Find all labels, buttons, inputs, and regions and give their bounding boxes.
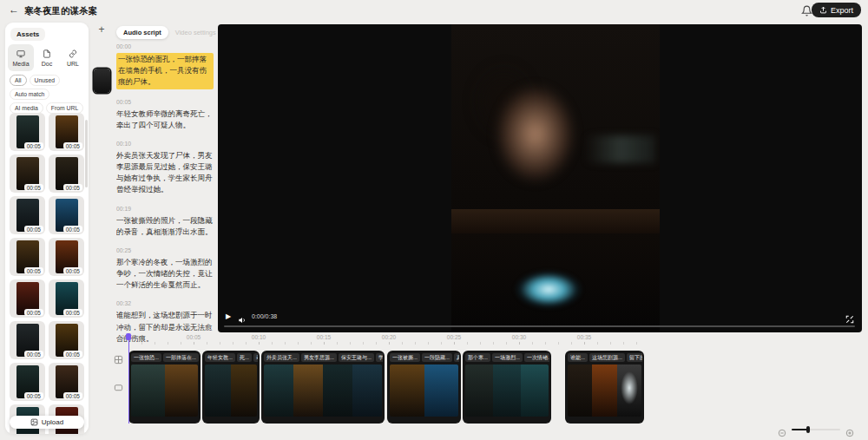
add-scene-button[interactable]: + [95,23,108,36]
clip-filmstrip [205,364,257,417]
filter-unused[interactable]: Unused [30,75,60,86]
duration-badge: 00:05 [63,184,82,191]
caption-chip[interactable]: 保安王璐与... [339,353,374,362]
filter-auto-match[interactable]: Auto match [10,89,49,100]
ruler-label: 00:10 [252,334,266,340]
caption-chip[interactable]: 一张惊恐... [131,353,161,362]
ruler-tick [194,342,194,345]
duration-badge: 00:05 [63,142,82,149]
caption-chip[interactable]: 一段隐藏... [422,353,452,362]
fullscreen-icon[interactable] [845,312,854,320]
video-art-face [481,68,602,215]
ruler-tick [272,342,273,345]
ruler-tick [454,342,455,345]
asset-item[interactable]: 00:05 [49,238,84,276]
clip-filmstrip [568,364,641,417]
caption-chip[interactable]: 学生家长周... [376,353,383,362]
asset-tab-doc[interactable]: Doc [34,44,60,71]
duration-badge: 00:05 [24,226,43,233]
timeline-clip[interactable]: 谁能...这场悲剧源...留下的...却... [565,351,644,424]
export-button[interactable]: Export [812,3,861,17]
caption-chip[interactable]: 牵出了... [253,353,258,362]
time-display: 0:00/0:38 [252,313,277,319]
scene-thumbnail[interactable] [94,69,110,93]
timeline-clip[interactable]: 一张惊恐...一部摔落在...一具没... [128,351,201,424]
tab-audio-script[interactable]: Audio script [116,26,168,39]
asset-item[interactable]: 00:05 [10,363,45,401]
video-frame[interactable] [451,24,660,332]
script-entry-time: 00:10 [116,141,214,147]
asset-item[interactable]: 00:05 [10,238,45,276]
playhead-line [128,339,129,424]
script-entry: 00:10外卖员张天发现了尸体，男友李思源最后见过她，保安王璐与她有过争执，学生… [116,141,214,196]
script-tabs: Audio script Video settings [116,26,216,39]
play-button[interactable]: ▶ [226,312,231,322]
asset-item[interactable]: 00:05 [49,279,84,318]
timeline-clip[interactable]: 年轻女教...死...牵出了... [202,351,260,424]
seek-bar[interactable] [224,325,855,327]
caption-chip[interactable]: 一次情绪... [524,353,549,362]
script-entry-text[interactable]: 年轻女教师辛微的离奇死亡，牵出了四个可疑人物。 [116,108,214,131]
ruler-tick [584,342,585,345]
zoom-in-icon[interactable] [845,425,854,434]
asset-item[interactable]: 00:05 [49,196,84,234]
caption-chips: 年轻女教...死...牵出了... [205,353,258,362]
ruler-tick [298,342,299,345]
script-entry-text[interactable]: 一张惊恐的面孔，一部摔落在墙角的手机，一具没有伤痕的尸体。 [116,53,214,89]
caption-chip[interactable]: 留下的... [627,353,642,362]
timeline-clip[interactable]: 那个寒...一场激烈...一次情绪...竟让一个...戛... [463,351,551,424]
clip-frame [568,364,592,417]
asset-item[interactable]: 00:05 [10,154,45,193]
timeline-zoom-slider[interactable] [792,429,840,430]
caption-chips: 一张被撕...一段隐藏...真相渐... [390,353,459,362]
sidebar-scrollbar[interactable] [85,120,88,187]
volume-icon[interactable] [238,312,247,321]
caption-chip[interactable]: 谁能... [568,353,588,362]
script-entry-text[interactable]: 一张被撕毁的照片，一段隐藏的录音，真相渐渐浮出水面。 [116,215,214,238]
asset-item[interactable]: 00:05 [10,279,45,318]
script-entry-text[interactable]: 那个寒冷的冬夜，一场激烈的争吵，一次情绪的失控，竟让一个鲜活的生命戛然而止。 [116,257,214,292]
ruler-tick [376,342,377,345]
asset-item[interactable]: 00:05 [49,113,84,151]
upload-button[interactable]: Upload [10,416,84,429]
zoom-slider-handle[interactable] [806,426,810,433]
ruler-tick [311,342,312,345]
caption-chip[interactable]: 外卖员张天... [264,353,299,362]
tab-video-settings[interactable]: Video settings [175,29,216,36]
script-entry-time: 00:19 [116,206,214,212]
ruler-tick [636,342,637,345]
asset-item[interactable]: 00:05 [49,363,84,401]
video-art-background-figure [585,135,656,163]
ruler-tick [233,342,233,345]
asset-item[interactable]: 00:05 [49,154,84,193]
caption-chips: 外卖员张天...男友李思源...保安王璐与...学生家长周... [264,353,383,362]
caption-chip[interactable]: 一部摔落在... [163,353,199,362]
ruler-tick [571,342,572,345]
caption-chip[interactable]: 这场悲剧源... [589,353,625,362]
duration-badge: 00:05 [63,392,82,399]
caption-chip[interactable]: 死... [237,353,252,362]
doc-icon [43,49,51,59]
asset-item[interactable]: 00:05 [10,113,45,151]
timeline-clip[interactable]: 一张被撕...一段隐藏...真相渐... [387,351,461,424]
ruler-label: 00:15 [317,334,331,340]
caption-chip[interactable]: 年轻女教... [205,353,235,362]
caption-chip[interactable]: 那个寒... [465,353,490,362]
asset-tab-url[interactable]: URL [60,44,86,71]
caption-chip[interactable]: 一场激烈... [492,353,523,362]
video-track-icon[interactable] [114,380,123,390]
script-entry-text[interactable]: 外卖员张天发现了尸体，男友李思源最后见过她，保安王璐与她有过争执，学生家长周舟曾… [116,150,214,196]
caption-chip[interactable]: 真相渐... [454,353,459,362]
subtitle-track-icon[interactable] [114,352,123,362]
ruler-tick [428,342,429,345]
caption-chip[interactable]: 一张被撕... [390,353,420,362]
zoom-out-icon[interactable] [778,425,786,434]
asset-item[interactable]: 00:05 [10,196,45,234]
back-button[interactable]: ← [9,3,19,16]
ruler-label: 00:25 [447,334,461,340]
caption-chip[interactable]: 男友李思源... [301,353,337,362]
timeline-clip[interactable]: 外卖员张天...男友李思源...保安王璐与...学生家长周... [261,351,385,424]
duration-badge: 00:05 [63,267,82,274]
filter-all[interactable]: All [10,75,27,86]
asset-tab-media[interactable]: Media [8,44,34,71]
